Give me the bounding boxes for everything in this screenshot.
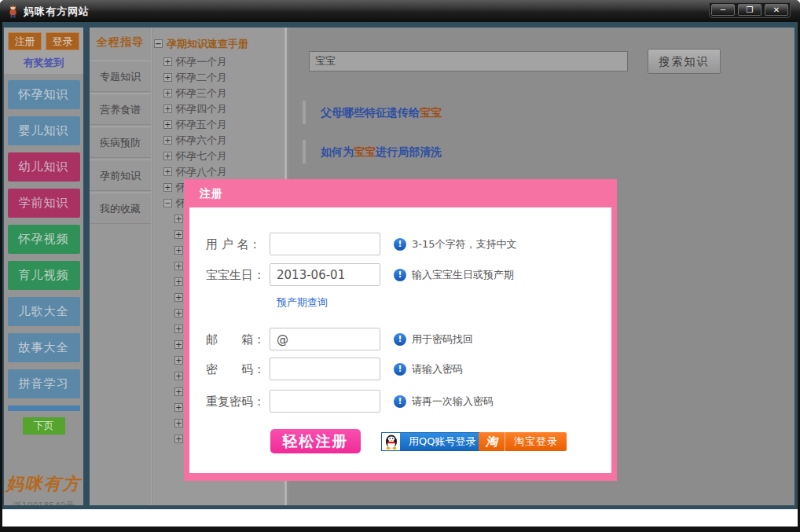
expand-icon[interactable]: + <box>163 120 172 129</box>
expand-icon[interactable]: + <box>174 403 183 412</box>
expand-icon[interactable]: + <box>163 136 172 145</box>
tree-root-node[interactable]: −孕期知识速查手册 <box>154 37 284 51</box>
form-row: 宝宝生日：!输入宝宝生日或预产期 <box>189 263 611 287</box>
expand-icon[interactable]: + <box>174 293 183 302</box>
register-button[interactable]: 注册 <box>8 32 42 50</box>
field-input[interactable] <box>270 233 380 255</box>
sidebar-nav-item[interactable]: 怀孕知识 <box>8 80 80 109</box>
result-text: 父母哪些特征遗传给 <box>321 106 420 119</box>
sidebar-nav-item[interactable]: 幼儿知识 <box>8 152 80 182</box>
info-icon: ! <box>394 238 406 251</box>
due-date-query-link[interactable]: 预产期查询 <box>277 295 328 310</box>
sidebar-nav-item[interactable]: 儿歌大全 <box>8 297 80 326</box>
expand-icon[interactable]: + <box>174 309 183 317</box>
expand-icon[interactable]: + <box>174 262 183 270</box>
info-icon: ! <box>394 363 406 376</box>
site-logo: 妈咪有方 <box>4 472 83 496</box>
expand-icon[interactable]: + <box>174 277 183 286</box>
search-input[interactable] <box>309 51 628 72</box>
field-hint: 用于密码找回 <box>412 328 473 351</box>
expand-icon[interactable]: + <box>174 215 183 223</box>
app-window: 妈咪有方网站 ─ ❐ ✕ 注册 登录 有奖签到 怀孕知识婴儿知识幼儿知识学前知识… <box>0 0 800 532</box>
tree-node[interactable]: +怀孕三个月 <box>154 86 284 101</box>
category-tab[interactable]: 我的收藏 <box>90 193 151 224</box>
easy-register-button[interactable]: 轻松注册 <box>270 429 361 453</box>
tree-node[interactable]: +怀孕六个月 <box>154 133 284 149</box>
expand-icon[interactable]: + <box>163 152 172 160</box>
search-button[interactable]: 搜索知识 <box>648 49 721 74</box>
sidebar-nav-item[interactable]: 拼音学习 <box>8 369 80 398</box>
tree-node[interactable]: +怀孕一个月 <box>154 54 284 70</box>
expand-icon[interactable]: + <box>163 183 172 192</box>
form-row: 重复密码：!请再一次输入密码 <box>189 390 611 413</box>
expand-icon[interactable]: + <box>174 419 183 427</box>
tree-node[interactable]: +怀孕七个月 <box>154 149 284 164</box>
expand-icon[interactable]: + <box>174 372 183 380</box>
expand-icon[interactable]: + <box>163 167 172 176</box>
field-hint: 3-15个字符，支持中文 <box>412 233 517 256</box>
field-hint: 输入宝宝生日或预产期 <box>412 263 514 287</box>
tree-node[interactable]: +怀孕五个月 <box>154 117 284 133</box>
sidebar-divider-bar <box>8 405 80 411</box>
reward-signin-link[interactable]: 有奖签到 <box>4 56 83 70</box>
field-label: 密 码： <box>206 358 269 381</box>
sidebar-nav-item[interactable]: 婴儿知识 <box>8 116 80 145</box>
field-input[interactable] <box>270 263 380 286</box>
tree-node-label: 怀孕二个月 <box>176 72 227 83</box>
expand-icon[interactable]: + <box>163 105 172 113</box>
category-tab[interactable]: 孕前知识 <box>90 160 151 191</box>
app-icon <box>6 4 20 18</box>
result-text: 如何为 <box>321 145 354 158</box>
next-page-button[interactable]: 下页 <box>23 417 65 435</box>
result-link[interactable]: 如何为宝宝进行局部清洗 <box>303 140 779 163</box>
sidebar-nav-item[interactable]: 故事大全 <box>8 333 80 362</box>
field-input[interactable] <box>270 358 380 380</box>
expand-icon[interactable]: + <box>163 89 172 97</box>
category-tab[interactable]: 营养食谱 <box>90 94 151 125</box>
expand-icon[interactable]: + <box>174 246 183 255</box>
minimize-button[interactable]: ─ <box>711 4 735 16</box>
status-bar <box>2 509 798 526</box>
tree-node-label: 怀孕一个月 <box>176 56 227 68</box>
collapse-icon[interactable]: − <box>163 199 172 207</box>
expand-icon[interactable]: + <box>163 57 172 66</box>
tree-node[interactable]: +怀孕八个月 <box>154 164 284 180</box>
expand-icon[interactable]: + <box>174 230 183 239</box>
window-title: 妈咪有方网站 <box>24 5 90 19</box>
tree-node[interactable]: +怀孕二个月 <box>154 70 284 86</box>
maximize-button[interactable]: ❐ <box>738 4 761 16</box>
result-list: 父母哪些特征遗传给宝宝如何为宝宝进行局部清洗 <box>303 101 779 179</box>
expand-icon[interactable]: + <box>163 73 172 82</box>
sidebar-nav-item[interactable]: 学前知识 <box>8 189 80 218</box>
expand-icon[interactable]: + <box>174 356 183 365</box>
qq-login-button[interactable]: 用QQ账号登录 <box>381 432 485 451</box>
tab-full-guide[interactable]: 全程指导 <box>90 35 151 50</box>
expand-icon[interactable]: + <box>174 387 183 396</box>
login-button[interactable]: 登录 <box>46 32 79 50</box>
result-link[interactable]: 父母哪些特征遗传给宝宝 <box>303 101 779 124</box>
category-tab[interactable]: 专题知识 <box>90 61 151 92</box>
collapse-icon[interactable]: − <box>154 39 163 48</box>
expand-icon[interactable]: + <box>174 435 183 443</box>
tree-node-label: 怀孕四个月 <box>176 103 227 115</box>
expand-icon[interactable]: + <box>174 325 183 333</box>
form-row: 密 码：!请输入密码 <box>189 358 611 381</box>
qq-penguin-icon <box>382 433 400 450</box>
info-icon: ! <box>394 269 406 281</box>
form-row: 用 户 名：!3-15个字符，支持中文 <box>189 233 611 256</box>
taobao-login-button[interactable]: 淘 淘宝登录 <box>479 432 567 451</box>
field-input[interactable] <box>270 328 380 350</box>
tree-node[interactable]: +怀孕四个月 <box>154 101 284 117</box>
sidebar-frame-divider <box>83 28 90 505</box>
sidebar-nav-item[interactable]: 育儿视频 <box>8 261 80 290</box>
sidebar-nav-item[interactable]: 怀孕视频 <box>8 225 80 254</box>
result-keyword: 宝宝 <box>354 145 376 158</box>
modal-button-row: 轻松注册 <box>189 429 611 457</box>
category-tab[interactable]: 疾病预防 <box>90 127 151 158</box>
expand-icon[interactable]: + <box>174 340 183 349</box>
field-input[interactable] <box>270 390 380 413</box>
info-icon: ! <box>394 395 406 408</box>
field-label: 邮 箱： <box>206 328 269 351</box>
category-tabs: 全程指导 专题知识营养食谱疾病预防孕前知识我的收藏 <box>90 28 152 505</box>
close-button[interactable]: ✕ <box>765 4 788 16</box>
